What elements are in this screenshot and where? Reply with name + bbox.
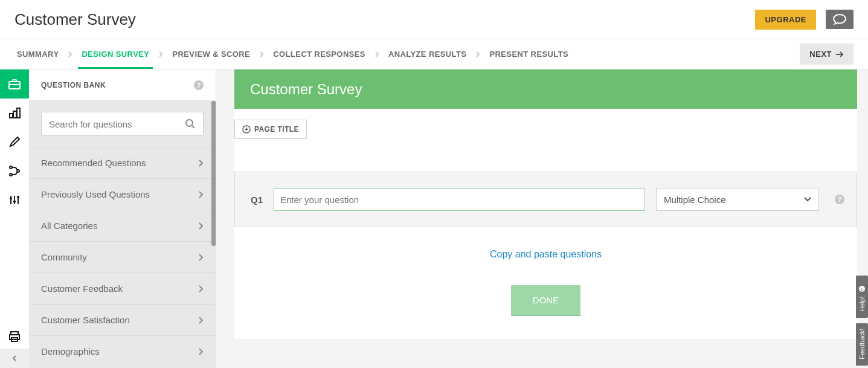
copy-paste-link[interactable]: Copy and paste questions [490,249,602,259]
help-icon[interactable]: ? [194,80,204,90]
briefcase-icon [8,78,21,90]
pencil-icon [8,136,21,148]
svg-rect-9 [17,196,19,198]
tab-design-survey[interactable]: DESIGN SURVEY [79,50,152,59]
qbank-item-label: Customer Satisfaction [41,315,130,325]
qbank-item-recommended[interactable]: Recommended Questions [29,147,216,178]
qbank-item-previously-used[interactable]: Previously Used Questions [29,178,216,210]
chevron-right-icon [475,51,481,57]
question-bank-panel: QUESTION BANK ? Recommended Questions Pr… [29,69,216,368]
chat-icon [858,285,866,292]
branch-icon [8,165,21,177]
next-button-label: NEXT [809,50,832,59]
question-type-label: Multiple Choice [664,195,726,205]
question-search-input[interactable] [49,119,185,129]
feedback-tab[interactable]: Feedback! [856,323,868,366]
qbank-item-label: Community [41,252,87,262]
question-card: Q1 Multiple Choice ? [234,172,857,227]
svg-point-13 [186,120,193,126]
help-icon[interactable]: ? [835,195,844,204]
qbank-item-community[interactable]: Community [29,241,216,273]
done-button[interactable]: DONE [511,285,580,315]
question-number: Q1 [251,195,263,205]
survey-title: Customer Survey [250,81,362,98]
question-search[interactable] [41,112,204,136]
feedback-tab-label: Feedback! [858,329,866,360]
chevron-right-icon [67,51,73,57]
chevron-right-icon [198,254,204,261]
svg-point-15 [859,286,865,292]
chevron-right-icon [158,51,164,57]
svg-rect-2 [13,111,16,118]
chevron-right-icon [198,160,204,167]
qbank-scrollbar[interactable] [211,101,216,314]
qbank-item-demographics[interactable]: Demographics [29,335,216,367]
rail-options[interactable] [0,186,29,215]
svg-point-6 [17,170,19,172]
rail-print[interactable] [0,324,29,349]
tab-preview-score[interactable]: PREVIEW & SCORE [170,50,252,59]
next-button[interactable]: NEXT [800,44,854,65]
question-text-input[interactable] [274,188,645,211]
page-title-button[interactable]: PAGE TITLE [234,120,307,139]
upgrade-button[interactable]: UPGRADE [755,10,816,30]
qbank-item-customer-satisfaction[interactable]: Customer Satisfaction [29,304,216,335]
help-tab-label: Help! [858,296,866,312]
page-title-button-label: PAGE TITLE [254,125,299,134]
chevron-left-icon [11,355,18,361]
qbank-item-label: Recommended Questions [41,158,146,168]
printer-icon [8,331,21,343]
rail-question-bank[interactable] [0,69,29,98]
tab-present-results[interactable]: PRESENT RESULTS [487,50,571,59]
chevron-right-icon [198,348,204,355]
svg-point-5 [10,173,12,176]
question-type-select[interactable]: Multiple Choice [656,188,819,211]
chevron-right-icon [198,285,204,292]
scrollbar-thumb[interactable] [211,101,216,246]
question-bank-title: QUESTION BANK [41,81,194,89]
qbank-item-label: Previously Used Questions [41,189,150,199]
chevron-right-icon [198,317,204,324]
rail-collapse[interactable] [0,349,29,368]
page-title: Customer Survey [14,10,136,29]
arrow-right-icon [835,51,844,58]
chevron-right-icon [198,222,204,230]
qbank-item-label: All Categories [41,221,97,231]
survey-banner: Customer Survey [234,69,857,109]
rail-appearance[interactable] [0,128,29,157]
svg-rect-7 [10,198,12,199]
search-icon [185,118,196,129]
svg-rect-8 [13,201,16,202]
tab-summary[interactable]: SUMMARY [14,50,61,59]
plus-circle-icon [242,125,251,134]
svg-rect-1 [10,114,13,118]
qbank-item-label: Customer Feedback [41,283,123,294]
blocks-icon [8,107,21,119]
tab-analyze-results[interactable]: ANALYZE RESULTS [386,50,469,59]
qbank-item-all-categories[interactable]: All Categories [29,210,216,241]
speech-bubble-icon [833,14,846,25]
help-tab[interactable]: Help! [856,276,868,318]
tab-collect-responses[interactable]: COLLECT RESPONSES [271,50,368,59]
chevron-right-icon [198,191,204,198]
tab-nav: SUMMARY DESIGN SURVEY PREVIEW & SCORE CO… [0,39,868,69]
caret-down-icon [804,197,811,202]
chevron-right-icon [259,51,265,57]
rail-builder[interactable] [0,98,29,128]
tool-rail [0,69,29,368]
qbank-item-customer-feedback[interactable]: Customer Feedback [29,273,216,304]
survey-canvas: Customer Survey PAGE TITLE Q1 Multiple C… [216,69,868,368]
chat-button[interactable] [826,10,854,29]
svg-point-4 [10,166,12,169]
chevron-right-icon [374,51,380,57]
sliders-icon [8,194,21,206]
qbank-item-label: Demographics [41,346,100,357]
rail-logic[interactable] [0,157,29,186]
svg-rect-3 [17,108,20,118]
